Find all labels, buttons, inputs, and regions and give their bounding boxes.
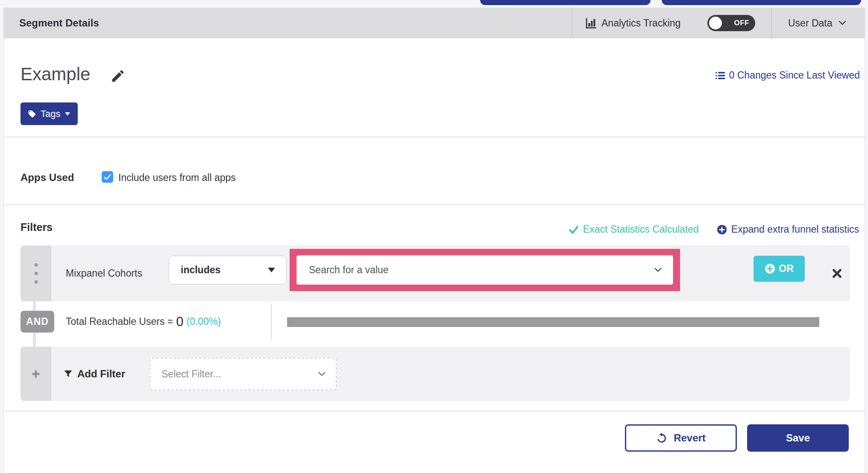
exact-statistics-status: Exact Statistics Calculated — [569, 224, 699, 235]
caret-down-icon — [65, 112, 70, 116]
add-filter-handle[interactable] — [21, 347, 51, 401]
reachable-label: Total Reachable Users = — [66, 316, 173, 327]
header-divider — [572, 8, 572, 38]
chevron-down-icon — [318, 372, 326, 377]
drag-dot — [35, 280, 38, 283]
plus-circle-icon — [765, 263, 775, 274]
top-nav-button-left[interactable] — [480, 0, 651, 5]
tags-button-label: Tags — [41, 108, 60, 120]
value-search-dropdown[interactable]: Search for a value — [296, 255, 673, 285]
edit-pencil-icon[interactable] — [110, 68, 126, 84]
tag-icon — [28, 110, 36, 118]
toggle-knob — [709, 17, 722, 29]
section-divider — [4, 411, 865, 412]
highlight-annotation-box: Search for a value — [290, 249, 680, 291]
add-filter-label-group: Add Filter — [63, 347, 125, 401]
chevron-down-icon — [654, 268, 662, 272]
plus-circle-icon — [717, 225, 727, 235]
revert-button-label: Revert — [674, 432, 706, 444]
add-filter-label: Add Filter — [77, 368, 125, 380]
vertical-divider — [271, 304, 272, 339]
operator-dropdown[interactable]: includes — [169, 256, 287, 284]
caret-down-icon — [267, 267, 276, 273]
value-search-placeholder: Search for a value — [309, 264, 389, 276]
list-icon — [715, 70, 725, 81]
filters-heading: Filters — [21, 221, 53, 234]
total-reachable-users: Total Reachable Users = 0 (0.00%) — [66, 311, 221, 333]
user-data-label: User Data — [788, 18, 833, 29]
section-divider — [4, 204, 865, 205]
segment-details-page: Segment Details Analytics Tracking OFF U… — [0, 0, 868, 473]
analytics-tracking-toggle[interactable]: OFF — [707, 15, 755, 31]
drag-dot — [35, 272, 38, 275]
plus-icon — [31, 369, 41, 379]
select-filter-dropdown[interactable]: Select Filter... — [150, 358, 337, 390]
exact-statistics-label: Exact Statistics Calculated — [583, 224, 699, 235]
include-all-apps-label: Include users from all apps — [118, 172, 236, 184]
reachable-users-bar — [287, 317, 819, 327]
filters-stats-row: Exact Statistics Calculated Expand extra… — [569, 224, 859, 235]
funnel-icon — [63, 369, 73, 379]
filter-row: Mixpanel Cohorts includes Search for a v… — [21, 245, 850, 301]
include-all-apps-checkbox[interactable] — [102, 171, 113, 183]
remove-filter-button[interactable] — [822, 245, 852, 301]
drag-handle[interactable] — [21, 245, 51, 301]
undo-icon — [656, 432, 667, 444]
and-badge: AND — [21, 311, 54, 333]
chevron-down-icon — [839, 20, 846, 26]
changes-link-label: 0 Changes Since Last Viewed — [729, 70, 860, 81]
page-title: Segment Details — [19, 8, 99, 38]
check-icon — [569, 225, 579, 235]
add-filter-row: Add Filter Select Filter... — [21, 347, 850, 401]
tags-button[interactable]: Tags — [21, 102, 78, 125]
reachable-value: 0 — [176, 314, 183, 330]
segment-name: Example — [21, 64, 90, 85]
checkmark-icon — [104, 174, 111, 180]
top-nav-button-right[interactable] — [662, 0, 861, 5]
bar-chart-icon — [584, 17, 597, 29]
close-icon — [831, 268, 843, 279]
expand-funnel-statistics-link[interactable]: Expand extra funnel statistics — [717, 224, 859, 235]
user-data-dropdown[interactable]: User Data — [788, 8, 846, 38]
apps-used-label: Apps Used — [21, 172, 74, 184]
add-or-condition-button[interactable]: OR — [754, 256, 805, 282]
drag-dot — [35, 263, 38, 266]
reachable-percent: (0.00%) — [186, 316, 221, 327]
or-button-label: OR — [779, 263, 794, 274]
select-filter-placeholder: Select Filter... — [161, 368, 221, 380]
revert-button[interactable]: Revert — [625, 424, 737, 452]
changes-since-last-viewed-link[interactable]: 0 Changes Since Last Viewed — [715, 70, 860, 81]
section-divider — [4, 137, 865, 137]
expand-funnel-statistics-label: Expand extra funnel statistics — [731, 224, 859, 235]
header-divider — [771, 8, 772, 38]
save-button[interactable]: Save — [747, 424, 849, 452]
analytics-tracking-label: Analytics Tracking — [601, 8, 680, 38]
filter-field-label: Mixpanel Cohorts — [66, 245, 142, 301]
card-header: Segment Details Analytics Tracking OFF U… — [3, 8, 865, 38]
toggle-state-label: OFF — [734, 19, 756, 27]
operator-value: includes — [181, 264, 220, 276]
